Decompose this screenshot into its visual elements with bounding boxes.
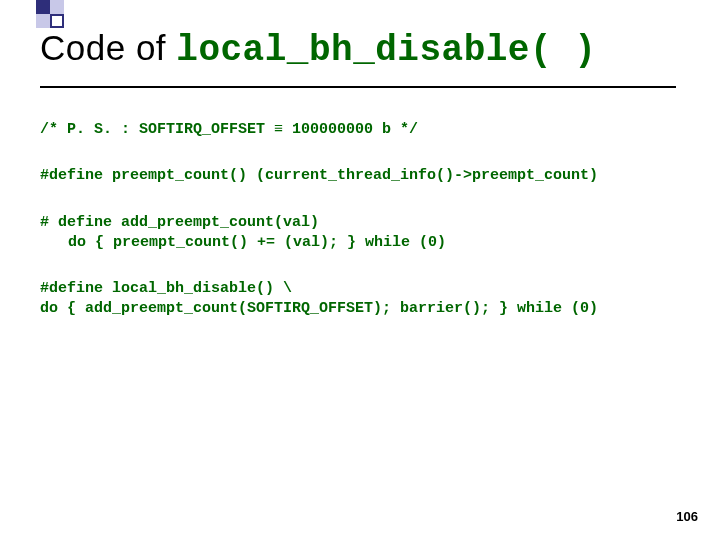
code-line: #define preempt_count() (current_thread_… — [40, 166, 680, 186]
slide-title: Code of local_bh_disable( ) — [40, 28, 596, 71]
deco-square — [50, 14, 64, 28]
deco-square — [50, 0, 64, 14]
title-code: local_bh_disable( ) — [176, 30, 596, 71]
code-line: # define add_preempt_count(val) do { pre… — [40, 213, 680, 254]
deco-square — [36, 0, 50, 14]
deco-square — [36, 14, 50, 28]
page-number: 106 — [676, 509, 698, 524]
title-rule — [40, 86, 676, 88]
code-block: /* P. S. : SOFTIRQ_OFFSET ≡ 100000000 b … — [40, 120, 680, 346]
title-prefix: Code of — [40, 28, 176, 67]
code-line: /* P. S. : SOFTIRQ_OFFSET ≡ 100000000 b … — [40, 120, 680, 140]
code-line: #define local_bh_disable() \ do { add_pr… — [40, 279, 680, 320]
